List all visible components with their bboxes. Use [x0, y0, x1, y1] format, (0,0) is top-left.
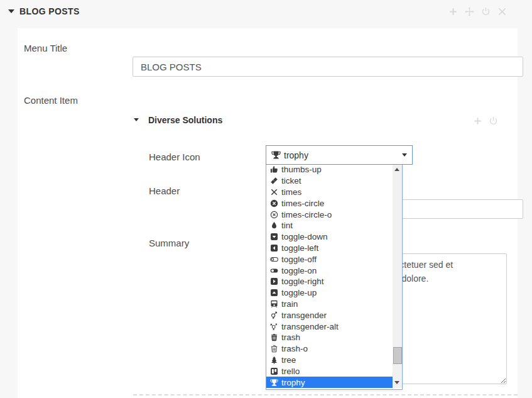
- times-circle-o-icon: [269, 210, 278, 219]
- subsection-title: Diverse Solutions: [148, 115, 222, 125]
- dropdown-option-trello[interactable]: trello: [266, 365, 393, 377]
- selected-option-label: trophy: [284, 150, 308, 160]
- scroll-down-icon[interactable]: [394, 381, 399, 384]
- arrows-icon[interactable]: [464, 6, 475, 17]
- thumbs-up-icon: [269, 165, 278, 174]
- dropdown-option-trash-o[interactable]: trash-o: [266, 343, 393, 355]
- dropdown-option-label: toggle-on: [281, 266, 317, 275]
- trash-icon: [269, 333, 278, 342]
- toggle-on-icon: [269, 266, 278, 275]
- dropdown-option-tint[interactable]: tint: [266, 220, 393, 231]
- content-item-toolbar: [472, 116, 499, 126]
- menu-title-input[interactable]: [133, 57, 523, 77]
- train-icon: [269, 299, 278, 308]
- dropdown-option-label: tint: [281, 221, 293, 230]
- menu-title-label: Menu Title: [24, 43, 67, 53]
- dropdown-option-label: times-circle: [281, 199, 324, 208]
- dropdown-option-label: trash-o: [281, 344, 308, 353]
- dropdown-option-label: trash: [281, 333, 300, 342]
- toggle-left-icon: [269, 243, 278, 252]
- transgender-icon: [269, 311, 278, 319]
- plus-icon[interactable]: [448, 6, 459, 17]
- dropdown-option-label: transgender: [281, 311, 327, 320]
- tint-icon: [269, 221, 278, 230]
- toggle-right-icon: [269, 277, 278, 286]
- plus-icon[interactable]: [472, 116, 483, 126]
- dropdown-option-ticket[interactable]: ticket: [266, 175, 393, 187]
- dropdown-option-times-circle[interactable]: times-circle: [266, 197, 393, 209]
- icon-dropdown: thumbs-uptickettimestimes-circletimes-ci…: [266, 163, 403, 390]
- ticket-icon: [269, 177, 278, 185]
- collapse-caret-icon[interactable]: [8, 9, 14, 13]
- dropdown-option-label: toggle-down: [281, 232, 328, 241]
- trash-o-icon: [269, 345, 278, 353]
- scrollbar-thumb[interactable]: [393, 347, 402, 364]
- dropdown-option-times-circle-o[interactable]: times-circle-o: [266, 209, 393, 220]
- dropdown-option-toggle-on[interactable]: toggle-on: [266, 265, 393, 276]
- dropdown-option-label: trophy: [281, 378, 305, 387]
- dropdown-option-label: transgender-alt: [281, 322, 339, 331]
- dropdown-option-times[interactable]: times: [266, 187, 393, 198]
- dropdown-option-label: times-circle-o: [281, 210, 332, 219]
- scroll-up-icon[interactable]: [394, 168, 399, 171]
- dropdown-option-thumbs-up[interactable]: thumbs-up: [266, 164, 393, 175]
- dropdown-scrollbar[interactable]: [393, 164, 402, 388]
- times-icon: [269, 187, 278, 196]
- dropdown-option-trash[interactable]: trash: [266, 332, 393, 343]
- dropdown-option-label: times: [281, 187, 301, 197]
- dropdown-option-label: toggle-off: [281, 255, 317, 264]
- trophy-icon: [269, 378, 278, 387]
- dropdown-option-label: thumbs-up: [281, 165, 322, 174]
- module-toolbar: [448, 6, 508, 17]
- trophy-icon: [271, 150, 281, 160]
- header-label: Header: [149, 185, 180, 196]
- dropdown-option-label: tree: [281, 355, 296, 365]
- dropdown-option-toggle-up[interactable]: toggle-up: [266, 287, 393, 299]
- module-title: BLOG POSTS: [19, 6, 80, 16]
- dropdown-option-trophy[interactable]: trophy: [266, 377, 393, 388]
- toggle-down-icon: [269, 233, 278, 241]
- trello-icon: [269, 367, 278, 375]
- dropdown-option-toggle-left[interactable]: toggle-left: [266, 243, 393, 254]
- dropdown-option-transgender-alt[interactable]: transgender-alt: [266, 321, 393, 332]
- dropdown-option-label: toggle-left: [281, 243, 318, 253]
- power-icon[interactable]: [480, 6, 491, 17]
- dropdown-option-train[interactable]: train: [266, 299, 393, 310]
- dropdown-option-tree[interactable]: tree: [266, 355, 393, 366]
- screen: BLOG POSTS Menu Title Content Item Diver…: [0, 0, 532, 398]
- content-item-label: Content Item: [24, 95, 78, 106]
- section-divider: [133, 394, 518, 395]
- close-icon[interactable]: [497, 6, 508, 17]
- dropdown-option-label: toggle-right: [281, 277, 324, 286]
- header-icon-select[interactable]: trophy: [266, 145, 413, 165]
- subsection-caret-icon[interactable]: [134, 118, 139, 121]
- summary-label: Summary: [149, 238, 189, 248]
- dropdown-option-toggle-right[interactable]: toggle-right: [266, 276, 393, 287]
- toggle-up-icon: [269, 289, 278, 297]
- dropdown-option-toggle-down[interactable]: toggle-down: [266, 231, 393, 243]
- module-header: BLOG POSTS: [0, 0, 532, 26]
- dropdown-option-label: train: [281, 299, 298, 309]
- dropdown-option-label: toggle-up: [281, 288, 317, 297]
- transgender-alt-icon: [269, 322, 278, 331]
- select-caret-icon: [402, 153, 407, 157]
- icon-dropdown-list: thumbs-uptickettimestimes-circletimes-ci…: [266, 164, 393, 389]
- toggle-off-icon: [269, 255, 278, 263]
- power-icon[interactable]: [488, 116, 499, 126]
- dropdown-option-toggle-off[interactable]: toggle-off: [266, 253, 393, 265]
- dropdown-option-label: ticket: [281, 176, 301, 185]
- dropdown-option-label: trello: [281, 367, 300, 376]
- tree-icon: [269, 355, 278, 364]
- dropdown-option-transgender[interactable]: transgender: [266, 309, 393, 321]
- header-icon-label: Header Icon: [149, 152, 200, 162]
- times-circle-icon: [269, 199, 278, 207]
